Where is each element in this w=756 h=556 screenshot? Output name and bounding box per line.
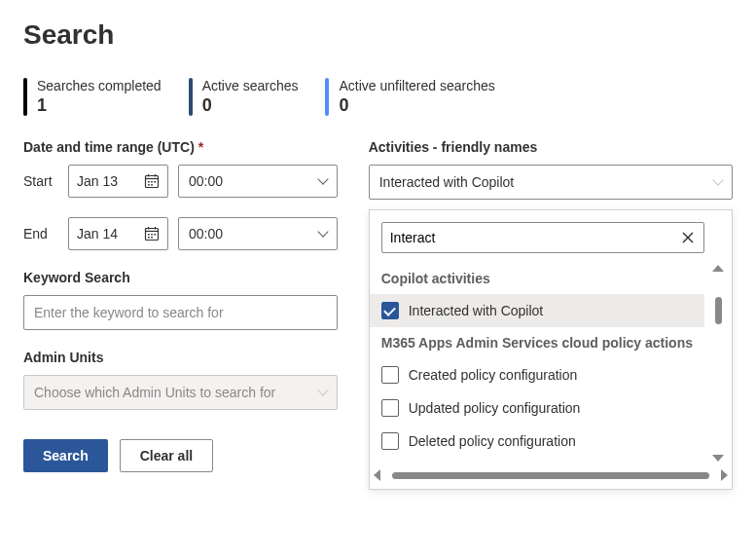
svg-rect-14 — [151, 234, 153, 236]
scroll-thumb[interactable] — [715, 297, 722, 324]
stat-value: 0 — [339, 95, 494, 116]
scrollbar-vertical[interactable] — [708, 265, 728, 462]
start-date-value: Jan 13 — [77, 173, 136, 189]
admin-units-label: Admin Units — [23, 350, 338, 365]
svg-rect-17 — [151, 237, 153, 239]
calendar-icon[interactable] — [144, 226, 160, 241]
activities-selected-value: Interacted with Copilot — [379, 174, 515, 190]
activities-search-input[interactable] — [390, 230, 680, 245]
chevron-down-icon — [317, 226, 328, 237]
dropdown-group-header: M365 Apps Admin Services cloud policy ac… — [370, 327, 704, 358]
checkbox-icon[interactable] — [381, 399, 399, 417]
scroll-thumb[interactable] — [392, 472, 709, 479]
svg-rect-5 — [151, 181, 153, 183]
end-label: End — [23, 226, 58, 241]
start-date-input[interactable]: Jan 13 — [68, 165, 168, 198]
stat-label: Searches completed — [37, 78, 162, 93]
stat-unfiltered: Active unfiltered searches 0 — [325, 78, 494, 116]
stat-completed: Searches completed 1 — [23, 78, 162, 116]
svg-rect-6 — [154, 181, 156, 183]
keyword-search-input[interactable]: Enter the keyword to search for — [23, 295, 338, 330]
option-label: Deleted policy configuration — [409, 433, 576, 449]
scroll-down-icon[interactable] — [712, 455, 724, 462]
activity-option[interactable]: Deleted policy configuration — [370, 425, 704, 458]
svg-rect-8 — [151, 184, 153, 186]
activities-label: Activities - friendly names — [369, 139, 733, 155]
scrollbar-horizontal[interactable] — [374, 465, 728, 485]
svg-rect-15 — [154, 234, 156, 236]
start-time-select[interactable]: 00:00 — [178, 165, 338, 198]
end-time-value: 00:00 — [189, 226, 223, 241]
svg-rect-16 — [148, 237, 150, 239]
admin-units-placeholder: Choose which Admin Units to search for — [34, 385, 275, 400]
clear-icon[interactable] — [680, 230, 696, 245]
stat-accent-bar — [189, 78, 193, 116]
checkbox-icon[interactable] — [381, 432, 399, 450]
svg-rect-7 — [148, 184, 150, 186]
svg-rect-4 — [148, 181, 150, 183]
start-label: Start — [23, 173, 58, 189]
checkbox-icon[interactable] — [381, 366, 399, 384]
required-indicator: * — [198, 139, 203, 155]
stat-label: Active unfiltered searches — [339, 78, 494, 93]
activity-option[interactable]: Created policy configuration — [370, 358, 704, 391]
svg-rect-13 — [148, 234, 150, 236]
start-time-value: 00:00 — [189, 173, 223, 189]
clear-all-button[interactable]: Clear all — [120, 439, 213, 472]
option-label: Created policy configuration — [409, 367, 578, 383]
date-range-label: Date and time range (UTC) * — [23, 139, 338, 155]
stat-active: Active searches 0 — [189, 78, 299, 116]
stat-accent-bar — [325, 78, 329, 116]
keyword-label: Keyword Search — [23, 270, 338, 285]
end-date-input[interactable]: Jan 14 — [68, 217, 168, 250]
stat-label: Active searches — [202, 78, 299, 93]
calendar-icon[interactable] — [144, 173, 160, 189]
admin-units-select[interactable]: Choose which Admin Units to search for — [23, 375, 338, 410]
scroll-left-icon[interactable] — [374, 469, 380, 481]
checkbox-checked-icon[interactable] — [381, 302, 399, 319]
activities-search-wrapper — [381, 222, 704, 253]
chevron-down-icon — [712, 174, 723, 185]
scroll-up-icon[interactable] — [712, 265, 724, 272]
stat-accent-bar — [23, 78, 27, 116]
chevron-down-icon — [317, 385, 328, 395]
end-date-value: Jan 14 — [77, 226, 136, 241]
search-button[interactable]: Search — [23, 439, 108, 472]
stat-value: 1 — [37, 95, 162, 116]
stat-value: 0 — [202, 95, 299, 116]
end-time-select[interactable]: 00:00 — [178, 217, 338, 250]
activities-dropdown: Copilot activities Interacted with Copil… — [369, 209, 733, 490]
scroll-right-icon[interactable] — [721, 469, 728, 481]
stats-bar: Searches completed 1 Active searches 0 A… — [23, 78, 733, 116]
activity-option[interactable]: Interacted with Copilot — [370, 294, 704, 327]
activities-select[interactable]: Interacted with Copilot — [369, 165, 733, 200]
option-label: Updated policy configuration — [409, 400, 581, 416]
dropdown-group-header: Copilot activities — [370, 263, 704, 294]
chevron-down-icon — [317, 173, 328, 184]
activity-option[interactable]: Updated policy configuration — [370, 391, 704, 425]
option-label: Interacted with Copilot — [409, 303, 544, 318]
page-title: Search — [23, 19, 733, 51]
